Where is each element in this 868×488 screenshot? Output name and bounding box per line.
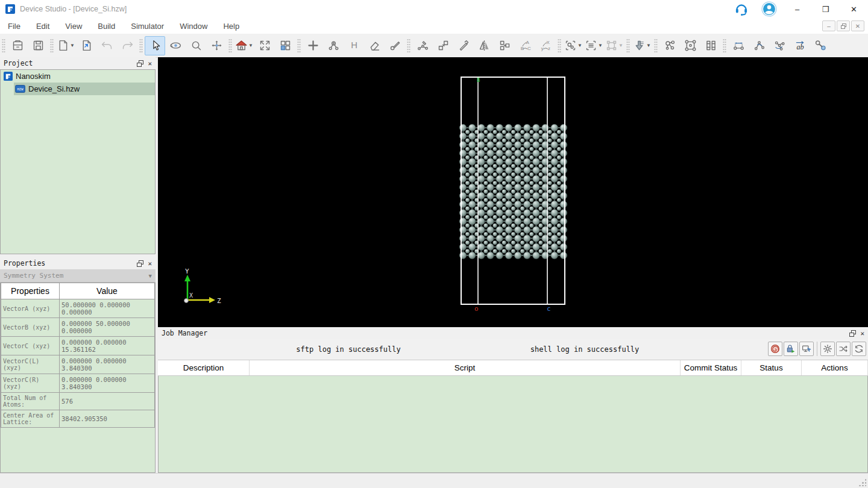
measure-angle-button[interactable] (749, 36, 769, 55)
draw-bond-button[interactable] (385, 36, 405, 55)
dropdown-caret-icon[interactable]: ▼ (577, 43, 582, 48)
toolbar-grip[interactable] (654, 39, 658, 53)
toolbar-grip[interactable] (2, 39, 5, 53)
project-file-item[interactable]: HZW Device_Si.hzw (14, 83, 155, 95)
toolbar-grip[interactable] (139, 39, 143, 53)
undo-button[interactable] (96, 36, 117, 55)
project-root-item[interactable]: Nanoskim (1, 70, 155, 83)
maximize-button[interactable]: ❒ (811, 0, 840, 18)
remote-upload-button[interactable] (799, 342, 814, 356)
menu-file[interactable]: File (0, 22, 28, 31)
edit-bond-button[interactable] (412, 36, 433, 55)
lattice-button[interactable] (700, 36, 721, 55)
select-button[interactable] (145, 36, 165, 55)
rotate-view-button[interactable] (165, 36, 186, 55)
close-panel-icon[interactable]: ✕ (860, 330, 864, 337)
property-name: VectorA (xyz) (1, 299, 60, 318)
bond-tool-button[interactable] (810, 36, 831, 55)
float-panel-icon[interactable] (849, 330, 856, 337)
swap-ac-button[interactable]: ABC (515, 36, 535, 55)
job-col-script[interactable]: Script (250, 360, 681, 375)
cluster-button[interactable] (659, 36, 680, 55)
menu-window[interactable]: Window (172, 22, 215, 31)
mirror-button[interactable] (474, 36, 494, 55)
shell-button[interactable] (768, 342, 782, 356)
toolbar-grip[interactable] (407, 39, 410, 53)
supercell-button[interactable] (680, 36, 700, 55)
add-fragment-button[interactable] (323, 36, 344, 55)
close-panel-icon[interactable]: ✕ (148, 260, 152, 267)
mdi-window-controls: – ✕ (822, 20, 864, 31)
add-hydrogen-button[interactable]: H (344, 36, 364, 55)
select-atoms-button[interactable]: ▼ (563, 36, 583, 55)
dropdown-caret-icon[interactable]: ▼ (598, 43, 603, 48)
import-button[interactable]: ▼ (632, 36, 652, 55)
measure-distance-button[interactable] (728, 36, 749, 55)
symmetry-system-dropdown[interactable]: Symmetry System ▼ (0, 269, 156, 283)
transform-button[interactable] (494, 36, 515, 55)
resize-button[interactable] (433, 36, 453, 55)
home-button[interactable]: ▼ (234, 36, 254, 55)
job-col-status[interactable]: Status (741, 360, 802, 375)
left-dock: Project ✕ Nanoskim HZW Device_Si.hzw (0, 57, 156, 473)
mdi-minimize-button[interactable]: – (822, 20, 835, 31)
toolbar-grip[interactable] (558, 39, 561, 53)
3d-viewport[interactable]: BocYZX (158, 57, 868, 327)
dropdown-caret-icon[interactable]: ▼ (70, 43, 75, 48)
minimize-button[interactable]: – (783, 0, 811, 18)
pan-button[interactable] (206, 36, 227, 55)
svg-text:y: y (541, 46, 543, 51)
user-avatar-icon[interactable] (755, 1, 783, 17)
toolbar-grip[interactable] (297, 39, 301, 53)
menu-simulator[interactable]: Simulator (123, 22, 172, 31)
svg-text:B: B (477, 77, 480, 83)
property-row: Total Num of Atoms:576 (1, 393, 155, 410)
swap-xz-button[interactable]: Xyz (535, 36, 556, 55)
close-button[interactable]: ✕ (840, 0, 868, 18)
tile-view-button[interactable] (275, 36, 295, 55)
export-button[interactable] (76, 36, 96, 55)
sftp-lock-button[interactable] (784, 342, 798, 356)
job-col-commit-status[interactable]: Commit Status (681, 360, 741, 375)
toolbar-grip[interactable] (723, 39, 726, 53)
dropdown-caret-icon[interactable]: ▼ (248, 43, 253, 48)
toolbar-grip[interactable] (626, 39, 630, 53)
support-headset-icon[interactable] (728, 1, 755, 17)
toolbar-grip[interactable] (228, 39, 232, 53)
dropdown-caret-icon[interactable]: ▼ (618, 43, 623, 48)
menu-edit[interactable]: Edit (28, 22, 57, 31)
zoom-button[interactable] (186, 36, 206, 55)
float-panel-icon[interactable] (137, 60, 143, 67)
vector-ab-button[interactable]: ab (790, 36, 810, 55)
mdi-restore-button[interactable] (837, 20, 850, 31)
job-table-body[interactable] (158, 376, 868, 473)
select-region-button[interactable]: ▼ (583, 36, 604, 55)
erase-button[interactable] (364, 36, 385, 55)
dropdown-caret-icon[interactable]: ▼ (646, 43, 651, 48)
redo-button[interactable] (117, 36, 137, 55)
svg-text:Z: Z (217, 297, 221, 305)
refresh-button[interactable] (852, 342, 866, 356)
resize-grip[interactable] (858, 478, 866, 486)
close-panel-icon[interactable]: ✕ (148, 60, 152, 67)
modify-button[interactable] (453, 36, 474, 55)
shell-status-text: shell log in successfully (530, 345, 640, 354)
job-col-description[interactable]: Description (158, 360, 250, 375)
new-file-button[interactable]: ▼ (55, 36, 76, 55)
float-panel-icon[interactable] (137, 260, 143, 267)
add-atom-button[interactable] (303, 36, 323, 55)
settings-button[interactable] (820, 342, 835, 356)
cell-box-button[interactable]: ▼ (604, 36, 624, 55)
save-button[interactable] (28, 36, 48, 55)
job-col-actions[interactable]: Actions (802, 360, 868, 375)
property-value: 38402.905350 (60, 410, 155, 428)
menu-view[interactable]: View (57, 22, 90, 31)
job-flow-button[interactable] (836, 342, 851, 356)
open-project-button[interactable] (7, 36, 28, 55)
mdi-close-button[interactable]: ✕ (851, 20, 864, 31)
measure-dihedral-button[interactable] (769, 36, 790, 55)
menu-build[interactable]: Build (90, 22, 123, 31)
fit-view-button[interactable] (254, 36, 275, 55)
menu-help[interactable]: Help (215, 22, 247, 31)
toolbar-grip[interactable] (50, 39, 54, 53)
